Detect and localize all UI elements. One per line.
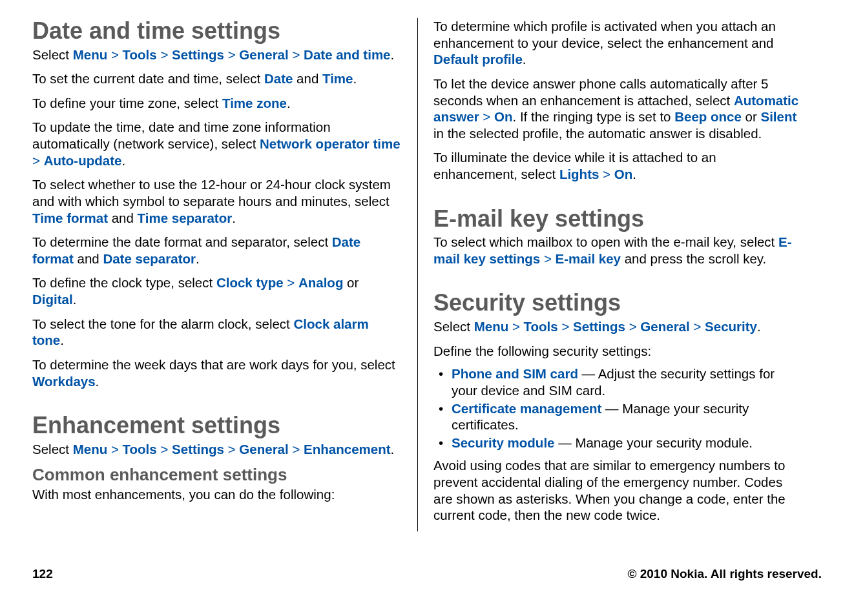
- link-tools: Tools: [524, 319, 558, 334]
- page-content: Date and time settings Select Menu > Too…: [0, 0, 854, 531]
- para-auto-update: To update the time, date and time zone i…: [32, 119, 402, 169]
- security-list: Phone and SIM card — Adjust the security…: [433, 365, 802, 451]
- path-enhancement: Select Menu > Tools > Settings > General…: [32, 441, 402, 458]
- heading-email-key-settings: E-mail key settings: [433, 206, 802, 232]
- para-clock-alarm-tone: To select the tone for the alarm clock, …: [32, 316, 402, 349]
- link-beep-once: Beep once: [674, 109, 742, 124]
- para-common-enhancement: With most enhancements, you can do the f…: [32, 486, 402, 503]
- page-number: 122: [32, 567, 53, 581]
- link-settings: Settings: [573, 319, 625, 334]
- right-column: To determine which profile is activated …: [417, 18, 802, 531]
- link-phone-sim-card: Phone and SIM card: [452, 366, 578, 381]
- link-on: On: [614, 167, 632, 181]
- link-security-module: Security module: [452, 435, 555, 450]
- link-enhancement: Enhancement: [304, 442, 390, 457]
- link-tools: Tools: [123, 47, 157, 62]
- copyright: © 2010 Nokia. All rights reserved.: [627, 567, 822, 581]
- para-lights: To illuminate the device while it is att…: [433, 149, 802, 182]
- para-time-format: To select whether to use the 12-hour or …: [32, 176, 402, 226]
- left-column: Date and time settings Select Menu > Too…: [32, 18, 417, 531]
- para-default-profile: To determine which profile is activated …: [433, 18, 802, 68]
- para-date-format: To determine the date format and separat…: [32, 234, 402, 267]
- link-general: General: [239, 47, 288, 62]
- list-item: Phone and SIM card — Adjust the security…: [433, 365, 802, 398]
- link-default-profile: Default profile: [433, 52, 523, 67]
- link-digital: Digital: [32, 292, 73, 307]
- path-security: Select Menu > Tools > Settings > General…: [433, 318, 802, 335]
- link-workdays: Workdays: [32, 374, 96, 389]
- para-define-security: Define the following security settings:: [433, 343, 802, 360]
- link-on: On: [494, 109, 512, 124]
- list-item: Security module — Manage your security m…: [433, 435, 802, 451]
- link-settings: Settings: [172, 47, 224, 62]
- link-network-operator-time: Network operator time: [260, 136, 401, 151]
- link-email-key: E-mail key: [556, 251, 621, 266]
- para-clock-type: To define the clock type, select Clock t…: [32, 274, 402, 307]
- link-time-format: Time format: [32, 210, 108, 225]
- para-auto-answer: To let the device answer phone calls aut…: [433, 76, 802, 142]
- link-auto-update: Auto-update: [44, 153, 122, 168]
- heading-common-enhancement: Common enhancement settings: [32, 465, 402, 485]
- link-general: General: [640, 319, 689, 334]
- link-silent: Silent: [760, 109, 797, 124]
- link-menu: Menu: [73, 47, 108, 62]
- para-workdays: To determine the week days that are work…: [32, 356, 402, 389]
- page-footer: 122 © 2010 Nokia. All rights reserved.: [32, 567, 822, 581]
- link-menu: Menu: [474, 319, 509, 334]
- link-certificate-management: Certificate management: [452, 401, 601, 416]
- link-time-separator: Time separator: [138, 210, 233, 225]
- link-clock-type: Clock type: [216, 275, 284, 290]
- para-timezone: To define your time zone, select Time zo…: [32, 95, 402, 112]
- link-lights: Lights: [559, 167, 599, 181]
- path-date-time: Select Menu > Tools > Settings > General…: [32, 46, 402, 63]
- heading-security-settings: Security settings: [433, 290, 802, 316]
- link-date-and-time: Date and time: [304, 47, 390, 62]
- list-item: Certificate management — Manage your sec…: [433, 400, 802, 433]
- link-menu: Menu: [73, 442, 108, 457]
- link-time-zone: Time zone: [222, 96, 287, 110]
- link-security: Security: [705, 319, 757, 334]
- link-tools: Tools: [123, 442, 157, 457]
- link-settings: Settings: [172, 442, 224, 457]
- para-avoid-codes: Avoid using codes that are similar to em…: [433, 457, 802, 524]
- para-set-date-time: To set the current date and time, select…: [32, 70, 402, 87]
- heading-enhancement-settings: Enhancement settings: [32, 413, 402, 438]
- para-email-key: To select which mailbox to open with the…: [433, 234, 802, 267]
- link-date-separator: Date separator: [103, 251, 196, 266]
- link-date: Date: [264, 71, 293, 86]
- link-analog: Analog: [298, 275, 343, 290]
- link-general: General: [239, 442, 288, 457]
- heading-date-time-settings: Date and time settings: [32, 18, 402, 44]
- link-time: Time: [322, 71, 353, 86]
